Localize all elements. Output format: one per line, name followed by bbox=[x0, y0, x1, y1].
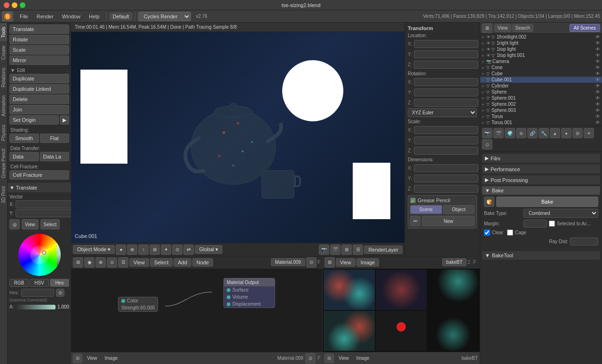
rgb-tab[interactable]: RGB bbox=[9, 279, 29, 287]
tree-item-sphere002[interactable]: ▸ ▽ Sphere.002 👁 bbox=[480, 101, 602, 107]
render-icon-4[interactable]: ☰ bbox=[353, 245, 363, 255]
render-icon-1[interactable]: 📷 bbox=[319, 245, 329, 255]
scene-tab[interactable]: Scene bbox=[410, 205, 442, 214]
data-button[interactable]: Data bbox=[9, 152, 39, 161]
mirror-button[interactable]: Mirror bbox=[9, 55, 69, 65]
node-view-label[interactable]: View bbox=[84, 356, 100, 361]
maximize-button[interactable] bbox=[20, 2, 25, 8]
tree-item-sphere001[interactable]: ▸ ▽ Sphere.001 👁 bbox=[480, 95, 602, 101]
set-origin-button[interactable]: Set Origin bbox=[9, 115, 59, 125]
render-menu[interactable]: Render bbox=[33, 13, 57, 20]
render-icon-world[interactable]: 🌍 bbox=[505, 128, 515, 138]
tree-item-torus[interactable]: ▸ ▽ Torus 👁 bbox=[480, 113, 602, 119]
new-button[interactable]: New bbox=[422, 216, 475, 226]
dim-y-input[interactable]: 10.345cm bbox=[414, 174, 478, 182]
texture-icon[interactable]: ⊞ bbox=[325, 257, 335, 268]
texture-image-bottom[interactable]: Image bbox=[354, 356, 372, 361]
post-processing-header[interactable]: ▶ Post Processing bbox=[482, 175, 600, 184]
view-button[interactable]: View bbox=[22, 219, 39, 229]
viewport-main[interactable]: Cube.001 bbox=[71, 32, 404, 243]
render-icon-2[interactable]: 🎬 bbox=[330, 245, 341, 255]
node-icon-1[interactable]: ⊞ bbox=[73, 257, 83, 268]
node-add-btn[interactable]: Add bbox=[174, 258, 191, 267]
viewport-icon-3[interactable]: ↕ bbox=[138, 245, 149, 255]
tree-item-frontlight[interactable]: ▸ 👁 ▽ 1frontlight.002 👁 bbox=[480, 34, 602, 40]
y-vector-input[interactable]: 0m bbox=[16, 209, 71, 217]
tree-item-cube001[interactable]: ▸ ▽ Cube.001 👁 bbox=[480, 77, 602, 83]
loc-x-input[interactable]: 25.00251cm bbox=[414, 40, 478, 48]
render-icon-constraints[interactable]: 🔗 bbox=[527, 128, 538, 138]
node-icon-4[interactable]: ⊙ bbox=[107, 257, 117, 268]
render-icon-3[interactable]: ⊞ bbox=[341, 245, 352, 255]
duplicate-button[interactable]: Duplicate bbox=[9, 74, 69, 83]
tree-item-cube[interactable]: ▸ ▽ Cube 👁 bbox=[480, 71, 602, 77]
texture-view-bottom[interactable]: View bbox=[336, 356, 352, 361]
node-bottom-icon[interactable]: ⊞ bbox=[73, 354, 82, 363]
node-select-btn[interactable]: Select bbox=[150, 258, 173, 267]
cage-checkbox[interactable] bbox=[507, 229, 513, 236]
film-header[interactable]: ▶ Film bbox=[482, 154, 600, 163]
node-image-label[interactable]: Image bbox=[102, 356, 121, 361]
hsv-tab[interactable]: HSV bbox=[30, 279, 49, 287]
render-icon-cam[interactable]: 📷 bbox=[482, 128, 492, 138]
select-button[interactable]: Select bbox=[40, 219, 60, 229]
help-menu[interactable]: Help bbox=[85, 13, 103, 20]
scale-x-input[interactable]: 0.052 bbox=[414, 126, 478, 134]
view-btn[interactable]: View bbox=[494, 24, 511, 32]
x-vector-input[interactable]: 0m bbox=[16, 200, 71, 208]
view-icon-button[interactable]: ◎ bbox=[9, 219, 20, 229]
tree-item-cone[interactable]: ▸ ▽ Cone 👁 bbox=[480, 64, 602, 71]
object-mode-button[interactable]: Object Mode ▾ bbox=[73, 245, 115, 254]
tab-create[interactable]: Create bbox=[0, 41, 7, 63]
alpha-bar[interactable] bbox=[16, 305, 55, 309]
render-icon-material[interactable]: ● bbox=[561, 128, 571, 138]
scale-z-input[interactable]: 0.052 bbox=[414, 147, 478, 155]
all-scenes-btn[interactable]: All Scenes bbox=[570, 24, 600, 32]
flat-button[interactable]: Flat bbox=[40, 134, 70, 143]
viewport-icon-7[interactable]: ⇄ bbox=[183, 245, 194, 255]
tree-item-torus001[interactable]: ▸ ▽ Torus.001 👁 bbox=[480, 119, 602, 126]
tree-item-toplight001[interactable]: ▸ 👁 ▽ 1top light.001 👁 bbox=[480, 52, 602, 58]
tree-item-camera[interactable]: ▸ 📷 Camera 👁 bbox=[480, 58, 602, 64]
viewport-icon-4[interactable]: ⊞ bbox=[150, 245, 160, 255]
viewport-icon-5[interactable]: ✦ bbox=[161, 245, 171, 255]
gp-checkbox[interactable]: ✓ bbox=[410, 198, 416, 203]
render-icon-scene[interactable]: 🎬 bbox=[493, 128, 504, 138]
dim-z-input[interactable]: 10.345cm bbox=[414, 185, 478, 193]
rot-x-input[interactable]: 0° bbox=[414, 78, 478, 86]
color-wheel[interactable] bbox=[18, 234, 61, 276]
object-tab[interactable]: Object bbox=[443, 205, 475, 214]
selected-ac-checkbox[interactable] bbox=[549, 221, 555, 227]
set-origin-arrow-btn[interactable]: ▶ bbox=[60, 115, 69, 125]
duplicate-linked-button[interactable]: Duplicate Linked bbox=[9, 84, 69, 94]
node-bottom-icon-2[interactable]: ⊙ bbox=[305, 353, 316, 364]
tab-relations[interactable]: Relations bbox=[0, 63, 7, 91]
margin-input[interactable]: 16 px bbox=[523, 220, 547, 228]
viewport-icon-6[interactable]: ⊙ bbox=[172, 245, 182, 255]
tree-item-sphere003[interactable]: ▸ ▽ Sphere.003 👁 bbox=[480, 107, 602, 113]
minimize-button[interactable] bbox=[12, 2, 17, 8]
texture-view-btn[interactable]: View bbox=[336, 258, 356, 267]
hex-input[interactable]: ACD9CD bbox=[21, 289, 54, 297]
performance-header[interactable]: ▶ Performance bbox=[482, 165, 600, 174]
tree-item-rightlight[interactable]: ▸ 👁 ▽ 1right light 👁 bbox=[480, 40, 602, 46]
render-icon-particles[interactable]: ✦ bbox=[584, 128, 594, 138]
global-button[interactable]: Global ▾ bbox=[195, 245, 222, 254]
rot-y-input[interactable]: 0° bbox=[414, 88, 478, 96]
engine-select[interactable]: Cycles Render Blender Render bbox=[138, 12, 191, 21]
viewport-icon-1[interactable]: ● bbox=[116, 245, 126, 255]
search-btn[interactable]: Search bbox=[512, 24, 534, 32]
file-menu[interactable]: File bbox=[16, 13, 32, 20]
workspace-selector[interactable]: Default bbox=[110, 13, 133, 20]
bake-button[interactable]: Bake bbox=[496, 197, 598, 207]
tree-item-cylinder[interactable]: ▸ ▽ Cylinder 👁 bbox=[480, 83, 602, 89]
data-la-button[interactable]: Data La bbox=[40, 152, 70, 161]
bake-header[interactable]: ▼ Bake bbox=[482, 186, 600, 195]
baketool-header[interactable]: ▼ BakeTool bbox=[482, 251, 600, 260]
render-icon-modifier[interactable]: 🔧 bbox=[539, 128, 549, 138]
tree-item-sphere[interactable]: ▸ ▽ Sphere 👁 bbox=[480, 89, 602, 95]
node-icon-3[interactable]: ⊕ bbox=[95, 257, 106, 268]
hex-tab[interactable]: Hex bbox=[50, 279, 69, 287]
tab-grease-pencil[interactable]: Grease Pencil bbox=[0, 144, 7, 182]
gp-icon[interactable]: ✏ bbox=[410, 216, 420, 226]
